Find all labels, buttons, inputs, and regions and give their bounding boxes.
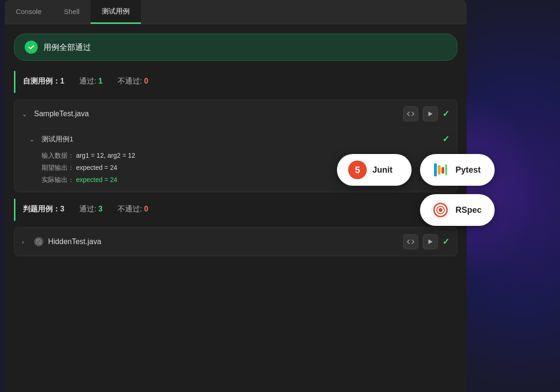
badges-row-1: 5 Junit Pytest xyxy=(337,154,495,186)
test-chevron-down-icon: ⌄ xyxy=(29,136,37,143)
code-view-button[interactable] xyxy=(403,106,418,121)
hidden-code-view-button[interactable] xyxy=(403,234,418,249)
judge-pass: 通过: 3 xyxy=(79,204,103,214)
self-test-stats-row: 自测用例：1 通过: 1 不通过: 0 xyxy=(14,71,457,93)
hidden-test-header[interactable]: › HiddenTest.java xyxy=(14,228,457,256)
self-test-pass: 通过: 1 xyxy=(79,77,103,86)
hidden-test-card: › HiddenTest.java xyxy=(14,227,457,256)
svg-point-7 xyxy=(439,208,442,212)
rspec-icon xyxy=(431,201,450,219)
all-pass-banner: 用例全部通过 xyxy=(14,34,457,61)
judge-fail: 不通过: 0 xyxy=(118,204,148,214)
content-area: 用例全部通过 自测用例：1 通过: 1 不通过: 0 ⌄ SampleTest.… xyxy=(5,24,467,272)
floating-badges-area: 5 Junit Pytest xyxy=(337,154,495,226)
sample-test-header[interactable]: ⌄ SampleTest.java ✓ xyxy=(14,100,457,128)
hidden-badge-icon xyxy=(34,237,43,246)
pytest-badge: Pytest xyxy=(420,154,495,186)
svg-rect-1 xyxy=(434,163,437,176)
rspec-label: RSpec xyxy=(455,205,482,215)
pytest-icon xyxy=(431,161,450,179)
svg-rect-2 xyxy=(438,165,441,175)
junit-icon: 5 xyxy=(348,161,367,179)
hidden-test-filename: HiddenTest.java xyxy=(48,238,101,246)
chevron-down-icon: ⌄ xyxy=(22,111,29,118)
check-circle-icon xyxy=(25,41,38,54)
run-button[interactable] xyxy=(423,106,438,121)
tab-console[interactable]: Console xyxy=(5,0,53,24)
sample-test-filename: SampleTest.java xyxy=(34,110,89,118)
judge-label: 判题用例：3 xyxy=(23,204,64,214)
self-test-label: 自测用例：1 xyxy=(23,77,64,86)
hidden-file-actions: ✓ xyxy=(403,234,449,249)
test-case-title: 测试用例1 xyxy=(42,135,73,144)
hidden-pass-check-icon: ✓ xyxy=(442,237,449,247)
tab-shell[interactable]: Shell xyxy=(53,0,91,24)
pytest-label: Pytest xyxy=(455,165,481,175)
badges-row-2: RSpec xyxy=(337,194,495,226)
svg-rect-4 xyxy=(445,164,447,175)
tab-bar: Console Shell 测试用例 xyxy=(5,0,467,24)
file-actions: ✓ xyxy=(403,106,449,121)
all-pass-text: 用例全部通过 xyxy=(43,42,91,53)
rspec-badge: RSpec xyxy=(420,194,495,226)
junit-label: Junit xyxy=(372,165,392,175)
junit-badge: 5 Junit xyxy=(337,154,412,186)
chevron-right-icon: › xyxy=(22,238,29,245)
svg-rect-3 xyxy=(441,167,444,174)
hidden-run-button[interactable] xyxy=(423,234,438,249)
self-test-fail: 不通过: 0 xyxy=(118,77,148,86)
test-pass-check-icon: ✓ xyxy=(442,134,449,144)
pass-check-icon: ✓ xyxy=(442,109,449,119)
tab-testcases[interactable]: 测试用例 xyxy=(91,0,141,24)
